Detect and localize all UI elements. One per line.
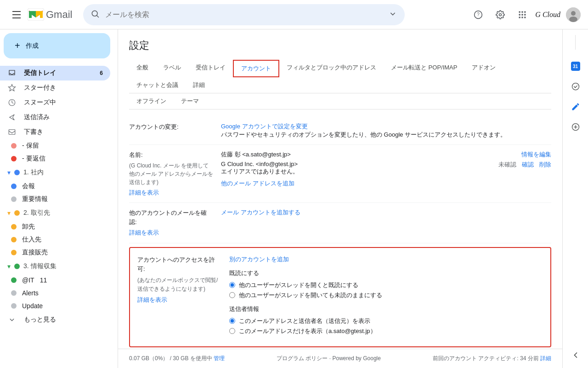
other-accounts-row: 他のアカウントのメールを確認: 詳細を表示 メール アカウントを追加する (129, 203, 551, 243)
tab-theme[interactable]: テーマ (174, 93, 206, 109)
compose-button[interactable]: + 作成 (4, 33, 110, 58)
remove-link[interactable]: 削除 (539, 161, 551, 169)
top-right: ? G Cloud (469, 6, 581, 24)
wholesaler-dot (11, 224, 17, 230)
sidebar-item-supplier[interactable]: 仕入先 (0, 233, 110, 246)
radio-read1[interactable]: 他のユーザーがスレッドを開くと既読にする (229, 281, 543, 289)
footer: 0.07 GB（0%） / 30 GB を使用中 管理 プログラム ポリシー ·… (118, 349, 562, 368)
radio-read1-input[interactable] (229, 282, 235, 288)
add-email-link[interactable]: 他のメール アドレスを追加 (221, 180, 294, 187)
avatar[interactable] (566, 7, 581, 22)
drafts-icon (7, 127, 17, 137)
gcloud-label: G Cloud (535, 11, 560, 19)
name-secondary: G Cloud Inc. <info@gtest.jp> (221, 161, 299, 167)
access-detail-link[interactable]: 詳細を表示 (137, 295, 222, 305)
group2-label: 2. 取引先 (23, 209, 50, 217)
tab-inbox[interactable]: 受信トレイ (188, 60, 233, 77)
inbox-count: 6 (100, 70, 103, 76)
right-panel: 31 (562, 29, 588, 368)
settings-header: 設定 全般 ラベル 受信トレイ アカウント フィルタとブロック中のアドレス メー… (118, 29, 562, 109)
svg-rect-6 (524, 11, 526, 12)
sidebar-item-reserved[interactable]: - 保留 (0, 139, 110, 152)
sidebar-item-snoozed[interactable]: スヌーズ中 (0, 95, 110, 110)
tab-general[interactable]: 全般 (129, 60, 156, 77)
sidebar-item-important[interactable]: 重要情報 (0, 193, 110, 206)
add-another-account-link[interactable]: 別のアカウントを追加 (229, 256, 289, 263)
star-icon (7, 83, 17, 92)
tab-offline[interactable]: オフライン (129, 93, 174, 109)
sidebar-item-atit[interactable]: @IT 11 (0, 274, 110, 287)
starred-label: スター付き (24, 84, 56, 92)
sender-section-label: 送信者情報 (229, 305, 543, 313)
sidebar-item-drafts[interactable]: 下書き (0, 125, 110, 139)
right-panel-divider (566, 33, 585, 52)
tasks-icon-button[interactable] (566, 77, 585, 96)
help-button[interactable]: ? (469, 6, 487, 24)
tab-labels[interactable]: ラベル (156, 60, 188, 77)
tab-account[interactable]: アカウント (233, 60, 279, 77)
sidebar-item-update[interactable]: Update (0, 299, 110, 312)
radio-sender1-input[interactable] (229, 318, 235, 324)
calendar-icon-button[interactable]: 31 (566, 57, 585, 75)
inbox-icon (7, 69, 17, 78)
gmail-m-icon (28, 8, 44, 21)
account-setup-desc: パスワードやセキュリティのオプションを変更したり、他の Google サービスに… (221, 131, 551, 139)
sidebar-item-direct[interactable]: 直接販売 (0, 246, 110, 259)
important-label: 重要情報 (22, 195, 48, 203)
unconfirmed-label: 未確認 (498, 161, 516, 169)
svg-point-15 (569, 17, 577, 22)
sidebar-item-reply[interactable]: - 要返信 (0, 152, 110, 165)
radio-sender2-label: このメールアドレスだけを表示（a.sato@gtest.jp） (239, 327, 376, 335)
sidebar-item-sent[interactable]: 送信済み (0, 110, 110, 125)
settings-body: アカウントの変更: Google アカウントで設定を変更 パスワードやセキュリテ… (118, 109, 562, 349)
google-account-link[interactable]: Google アカウントで設定を変更 (221, 123, 308, 130)
important-dot (11, 196, 17, 202)
footer-detail-link[interactable]: 詳細 (540, 355, 551, 362)
settings-button[interactable] (491, 6, 509, 24)
svg-rect-10 (519, 17, 520, 18)
tab-filters[interactable]: フィルタとブロック中のアドレス (279, 60, 384, 77)
direct-dot (11, 250, 17, 255)
radio-read2-input[interactable] (229, 292, 235, 298)
sidebar-item-starred[interactable]: スター付き (0, 80, 110, 95)
sent-label: 送信済み (24, 113, 50, 121)
add-mail-account-link[interactable]: メール アカウントを追加する (221, 209, 300, 216)
other-accounts-detail-link[interactable]: 詳細を表示 (129, 228, 214, 237)
sidebar-item-alerts[interactable]: Alerts (0, 287, 110, 299)
radio-sender2[interactable]: このメールアドレスだけを表示（a.sato@gtest.jp） (229, 327, 543, 335)
radio-sender2-input[interactable] (229, 328, 235, 334)
edit-info-link[interactable]: 情報を編集 (521, 150, 551, 159)
tab-chat[interactable]: チャットと会議 (129, 77, 186, 93)
name-detail-link[interactable]: 詳細を表示 (129, 188, 214, 197)
tab-forward[interactable]: メール転送と POP/IMAP (384, 60, 464, 77)
apps-button[interactable] (513, 6, 531, 24)
svg-rect-11 (522, 17, 523, 18)
atit-label: @IT (22, 276, 34, 284)
more-button[interactable]: もっと見る (0, 312, 118, 327)
search-input[interactable] (105, 11, 384, 19)
group2-header[interactable]: ▾ 2. 取引先 (0, 206, 118, 220)
add-icon-button[interactable] (566, 118, 585, 136)
more-icon (7, 315, 17, 324)
hamburger-button[interactable] (7, 6, 26, 24)
search-dropdown-button[interactable] (388, 9, 397, 20)
tab-addons[interactable]: アドオン (464, 60, 503, 77)
radio-sender1[interactable]: このメールアドレスと送信者名（送信元）を表示 (229, 317, 543, 325)
pen-icon-button[interactable] (566, 98, 585, 116)
direct-label: 直接販売 (22, 248, 48, 257)
read-radio-group: 他のユーザーがスレッドを開くと既読にする 他のユーザーがスレッドを開いても未読の… (229, 281, 543, 299)
chevron-left-icon-button[interactable] (566, 346, 585, 364)
radio-read2[interactable]: 他のユーザーがスレッドを開いても未読のままにする (229, 291, 543, 299)
svg-marker-16 (9, 85, 16, 91)
footer-powered: Powered by Google (333, 355, 381, 362)
confirm-link[interactable]: 確認 (522, 161, 534, 169)
sidebar-item-meeting[interactable]: 会報 (0, 180, 110, 193)
tab-advanced[interactable]: 詳細 (186, 77, 212, 93)
group1-dot (14, 170, 20, 175)
footer-manage-link[interactable]: 管理 (214, 355, 225, 362)
sidebar-item-wholesaler[interactable]: 卸先 (0, 220, 110, 233)
group3-header[interactable]: ▾ 3. 情報収集 (0, 259, 118, 274)
alerts-dot (11, 290, 17, 296)
sidebar-item-inbox[interactable]: 受信トレイ 6 (0, 66, 110, 80)
group1-header[interactable]: ▾ 1. 社内 (0, 165, 118, 180)
